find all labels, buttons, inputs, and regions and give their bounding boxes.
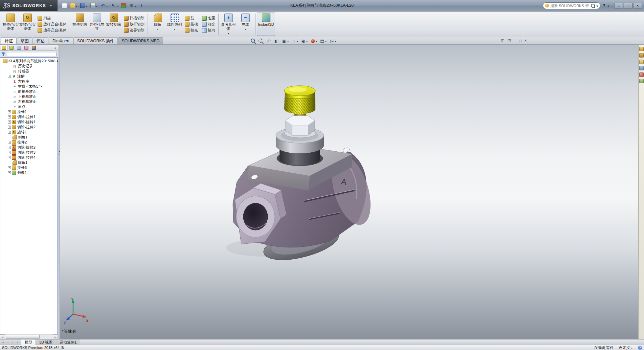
- expand-plus-icon[interactable]: [8, 126, 11, 129]
- tree-item[interactable]: 圆角1: [0, 160, 58, 165]
- manager-tab[interactable]: [8, 45, 15, 50]
- tree-horizontal-scrollbar[interactable]: [0, 334, 58, 339]
- tree-item[interactable]: 右视基准面: [0, 99, 58, 104]
- tab-scroll-first-icon[interactable]: [1, 341, 5, 344]
- search-scope-caret-icon[interactable]: [597, 3, 598, 8]
- tree-item[interactable]: 注解: [0, 74, 58, 79]
- command-tab[interactable]: 草图: [17, 37, 32, 44]
- search-icon[interactable]: [591, 3, 595, 8]
- doc-minimize-button[interactable]: [514, 39, 516, 43]
- qat-button[interactable]: [120, 2, 127, 9]
- close-button[interactable]: [633, 3, 642, 9]
- ribbon-button[interactable]: 拉伸凸台/基体: [2, 13, 19, 36]
- tree-filter-input[interactable]: [7, 52, 57, 56]
- tree-item[interactable]: 倒角1: [0, 135, 58, 140]
- tree-item[interactable]: 切除-旋转2: [0, 145, 58, 150]
- qat-button[interactable]: [99, 2, 109, 9]
- tree-item[interactable]: 切除-拉伸3: [0, 150, 58, 155]
- hud-button[interactable]: [265, 38, 272, 44]
- file-explorer-icon[interactable]: [639, 60, 644, 64]
- help-button[interactable]: [603, 3, 605, 8]
- tree-item[interactable]: 历史记录: [0, 64, 58, 69]
- scrollbar-track[interactable]: [5, 334, 53, 339]
- ribbon-button[interactable]: 圆角: [149, 13, 166, 36]
- ribbon-button[interactable]: 拉伸切除: [71, 13, 88, 36]
- bottom-tab[interactable]: 模型: [21, 340, 36, 345]
- qat-button[interactable]: [69, 2, 78, 9]
- scroll-left-icon[interactable]: [0, 334, 5, 339]
- help-search-box[interactable]: [543, 2, 600, 9]
- ribbon-button[interactable]: Instant3D: [257, 13, 275, 36]
- tree-item[interactable]: 拉伸1: [0, 109, 58, 114]
- ribbon-button-small[interactable]: 边界凸台/基体: [37, 28, 67, 33]
- tree-item[interactable]: 方程序: [0, 79, 58, 84]
- tree-item[interactable]: 原点: [0, 104, 58, 109]
- app-menu[interactable]: ƷS SOLIDWORKS: [0, 0, 58, 11]
- resources-icon[interactable]: [639, 47, 644, 51]
- expand-plus-icon[interactable]: [8, 75, 11, 78]
- hud-button[interactable]: [273, 38, 280, 44]
- ribbon-button-small[interactable]: 相交: [201, 22, 216, 27]
- doc-close-button[interactable]: [525, 38, 527, 43]
- ribbon-button-small[interactable]: 放样凸台/基体: [37, 22, 67, 27]
- command-tab[interactable]: SOLIDWORKS 插件: [73, 37, 118, 44]
- expand-plus-icon[interactable]: [8, 110, 11, 113]
- view-palette-icon[interactable]: [639, 66, 644, 70]
- doc-restore-button[interactable]: [519, 39, 521, 43]
- ribbon-button-small[interactable]: 扫描: [37, 16, 67, 21]
- appearances-icon[interactable]: [639, 72, 644, 77]
- hud-button[interactable]: [309, 38, 318, 44]
- ribbon-button-small[interactable]: 扫描切除: [123, 16, 145, 21]
- expand-plus-icon[interactable]: [8, 156, 11, 159]
- tree-item[interactable]: 切除-拉伸4: [0, 155, 58, 160]
- tree-item[interactable]: 切除-拉伸2: [0, 125, 58, 130]
- qat-button[interactable]: [110, 2, 119, 9]
- minimize-button[interactable]: [614, 3, 623, 9]
- hud-button[interactable]: [258, 38, 264, 44]
- tree-item[interactable]: 材质 <未指定>: [0, 84, 58, 89]
- ribbon-button[interactable]: 异型孔向导: [88, 13, 105, 36]
- manager-tab[interactable]: [1, 45, 7, 50]
- tree-item[interactable]: 切除-旋转1: [0, 119, 58, 125]
- viewport-layout-icon[interactable]: [507, 38, 511, 43]
- manager-tab[interactable]: [23, 45, 30, 50]
- tab-scroll-last-icon[interactable]: [15, 341, 20, 344]
- ribbon-button[interactable]: 旋转凸台/基体: [19, 13, 36, 36]
- hud-button[interactable]: [250, 38, 257, 44]
- hud-button[interactable]: [319, 38, 327, 44]
- tab-scroll-prev-icon[interactable]: [6, 341, 10, 344]
- manager-tab[interactable]: [16, 45, 22, 50]
- qat-button[interactable]: [128, 2, 137, 9]
- ribbon-button-small[interactable]: 包覆: [201, 16, 216, 21]
- scroll-right-icon[interactable]: [53, 334, 58, 339]
- command-tab[interactable]: SOLIDWORKS MBD: [118, 37, 163, 44]
- expand-plus-icon[interactable]: [8, 171, 11, 174]
- help-search-input[interactable]: [550, 4, 589, 8]
- ribbon-button-small[interactable]: 筋: [184, 16, 199, 21]
- custom-properties-icon[interactable]: [639, 79, 644, 83]
- manager-tab[interactable]: [30, 45, 37, 50]
- model-3d-view[interactable]: A P: [60, 45, 638, 339]
- filter-funnel-icon[interactable]: [1, 52, 5, 56]
- valve-model[interactable]: A P: [226, 86, 378, 266]
- scrollbar-thumb[interactable]: [6, 335, 40, 339]
- tree-root-item[interactable]: KLA系列单向节流阀20~50KLA-L: [0, 59, 58, 64]
- tree-item[interactable]: 传感器: [0, 69, 58, 74]
- bottom-tab[interactable]: 3D 视图: [36, 340, 56, 345]
- expand-plus-icon[interactable]: [8, 121, 11, 124]
- expand-plus-icon[interactable]: [8, 166, 11, 169]
- ribbon-button[interactable]: 旋转切除: [105, 13, 122, 36]
- ribbon-button[interactable]: 参考几何体: [220, 13, 237, 36]
- split-pane-icon[interactable]: [501, 38, 504, 43]
- hud-button[interactable]: [290, 38, 299, 44]
- expand-plus-icon[interactable]: [8, 141, 11, 144]
- hud-button[interactable]: [300, 38, 308, 44]
- ribbon-button-small[interactable]: 放样切割: [123, 22, 145, 27]
- command-tab[interactable]: 特征: [1, 37, 17, 44]
- ribbon-button-small[interactable]: 拔模: [184, 22, 199, 27]
- expand-plus-icon[interactable]: [8, 151, 11, 154]
- expand-plus-icon[interactable]: [8, 131, 11, 134]
- bottom-tab[interactable]: 运动算例1: [56, 340, 80, 345]
- hud-button[interactable]: [328, 38, 337, 44]
- tree-item[interactable]: 切除-拉伸1: [0, 114, 58, 119]
